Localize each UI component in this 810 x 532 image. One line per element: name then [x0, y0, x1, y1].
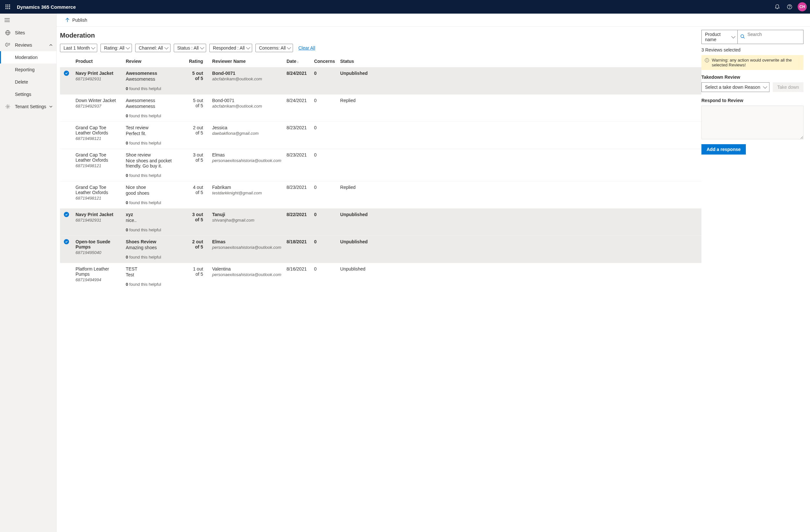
table-row[interactable]: Grand Cap Toe Leather Oxfords68719498121…	[60, 181, 701, 209]
response-textarea[interactable]	[701, 106, 804, 139]
helpful-count: 0 found this helpful	[126, 113, 184, 118]
status-value: Unpublished	[338, 209, 701, 236]
product-name: Platform Leather Pumps	[76, 266, 120, 277]
review-title: xyz	[126, 212, 184, 217]
table-row[interactable]: Open-toe Suede Pumps68719495040Shoes Rev…	[60, 236, 701, 263]
rating-value: 5 out of 5	[187, 95, 210, 122]
add-response-button[interactable]: Add a response	[701, 144, 746, 154]
takedown-reason-select[interactable]: Select a take down Reason	[701, 82, 770, 92]
filter-responded[interactable]: Responded : All	[209, 44, 252, 52]
search-input[interactable]	[747, 32, 800, 37]
row-checkbox[interactable]	[60, 181, 73, 209]
row-checkbox[interactable]	[60, 236, 73, 263]
col-concerns[interactable]: Concerns	[311, 57, 338, 67]
review-body: Test	[126, 272, 184, 277]
sidebar-item-sites[interactable]: Sites	[0, 27, 56, 39]
product-sku: 68719498121	[76, 163, 120, 168]
reviewer-email: personaexitosahistoria@outlook.com	[212, 245, 281, 250]
svg-point-22	[707, 59, 707, 60]
rating-value: 3 out of 5	[187, 209, 210, 236]
svg-rect-3	[5, 6, 6, 7]
table-row[interactable]: Navy Print Jacket68719492931AwesomenessA…	[60, 67, 701, 95]
rating-value: 3 out of 5	[187, 149, 210, 181]
search-type-select[interactable]: Product name	[701, 30, 738, 44]
helpful-count: 0 found this helpful	[126, 140, 184, 146]
clear-all-link[interactable]: Clear All	[298, 45, 315, 51]
sidebar-sub-reporting[interactable]: Reporting	[0, 64, 56, 76]
review-date: 8/23/2021	[284, 149, 311, 181]
concerns-count: 0	[311, 236, 338, 263]
status-value	[338, 122, 701, 149]
status-value: Replied	[338, 181, 701, 209]
filter-date[interactable]: Last 1 Month	[60, 44, 97, 52]
review-date: 8/16/2021	[284, 263, 311, 290]
concerns-count: 0	[311, 95, 338, 122]
row-checkbox[interactable]	[60, 149, 73, 181]
review-title: Nice shoe	[126, 185, 184, 190]
svg-rect-0	[5, 4, 6, 5]
reviewer-name: Fabrikam	[212, 185, 281, 190]
app-launcher-icon[interactable]	[3, 2, 12, 11]
svg-rect-8	[9, 8, 10, 9]
helpful-count: 0 found this helpful	[126, 255, 184, 260]
row-checkbox[interactable]	[60, 67, 73, 95]
chevron-down-icon	[49, 104, 52, 109]
table-row[interactable]: Navy Print Jacket68719492931xyznice..0 f…	[60, 209, 701, 236]
status-value: Unpublished	[338, 236, 701, 263]
product-sku: 68719492937	[76, 104, 120, 109]
sidebar-sub-settings[interactable]: Settings	[0, 88, 56, 100]
side-panel: Product name 3 Reviews selected Warning:…	[701, 27, 810, 532]
row-checkbox[interactable]	[60, 95, 73, 122]
review-body: Amazing shoes	[126, 245, 184, 250]
table-row[interactable]: Grand Cap Toe Leather Oxfords68719498121…	[60, 122, 701, 149]
table-row[interactable]: Down Winter Jacket68719492937Awesomeness…	[60, 95, 701, 122]
checkmark-icon	[64, 212, 69, 217]
svg-point-10	[790, 8, 790, 9]
notifications-icon[interactable]	[771, 1, 783, 13]
col-reviewer[interactable]: Reviewer Name	[210, 57, 284, 67]
product-name: Open-toe Suede Pumps	[76, 239, 120, 249]
sidebar-sub-delete[interactable]: Delete	[0, 76, 56, 88]
filter-concerns[interactable]: Concerns: All	[255, 44, 293, 52]
review-title: Test review	[126, 125, 184, 130]
reviewer-email: testdarkknight@gmail.com	[212, 190, 281, 195]
col-product[interactable]: Product	[73, 57, 123, 67]
reviewer-name: Tanuji	[212, 212, 281, 217]
col-review[interactable]: Review	[123, 57, 187, 67]
svg-rect-7	[7, 8, 9, 9]
filter-status[interactable]: Status : All	[174, 44, 206, 52]
help-icon[interactable]	[783, 1, 796, 13]
sidebar-sub-moderation[interactable]: Moderation	[0, 51, 56, 64]
row-checkbox[interactable]	[60, 209, 73, 236]
row-checkbox[interactable]	[60, 122, 73, 149]
col-date[interactable]: Date↓	[284, 57, 311, 67]
status-value: Replied	[338, 95, 701, 122]
filter-channel[interactable]: Channel: All	[135, 44, 171, 52]
review-body: nice..	[126, 218, 184, 223]
search-box[interactable]	[738, 30, 804, 44]
warning-text: Warning: any action would overwrite all …	[712, 58, 800, 67]
warning-banner: Warning: any action would overwrite all …	[701, 55, 804, 70]
user-avatar[interactable]: CH	[798, 2, 807, 11]
svg-rect-4	[7, 6, 9, 7]
table-row[interactable]: Grand Cap Toe Leather Oxfords68719498121…	[60, 149, 701, 181]
review-date: 8/18/2021	[284, 236, 311, 263]
row-checkbox[interactable]	[60, 263, 73, 290]
takedown-button[interactable]: Take down	[773, 82, 804, 92]
product-name: Navy Print Jacket	[76, 71, 120, 76]
reviewer-email: abcfabrikam@outlook.com	[212, 77, 281, 81]
helpful-count: 0 found this helpful	[126, 228, 184, 232]
col-rating[interactable]: Rating	[187, 57, 210, 67]
search-icon	[740, 34, 745, 40]
reviewer-name: Valentina	[212, 266, 281, 271]
sidebar-item-reviews[interactable]: Reviews	[0, 39, 56, 51]
sidebar-toggle[interactable]	[0, 14, 56, 27]
sidebar-sub-label: Reporting	[15, 67, 35, 72]
filter-rating[interactable]: Rating: All	[100, 44, 132, 52]
table-row[interactable]: Platform Leather Pumps68719494994TESTTes…	[60, 263, 701, 290]
concerns-count: 0	[311, 263, 338, 290]
col-status[interactable]: Status	[338, 57, 701, 67]
sidebar-item-tenant-settings[interactable]: Tenant Settings	[0, 100, 56, 113]
publish-button[interactable]: Publish	[65, 17, 87, 23]
selection-status: 3 Reviews selected	[701, 47, 804, 52]
